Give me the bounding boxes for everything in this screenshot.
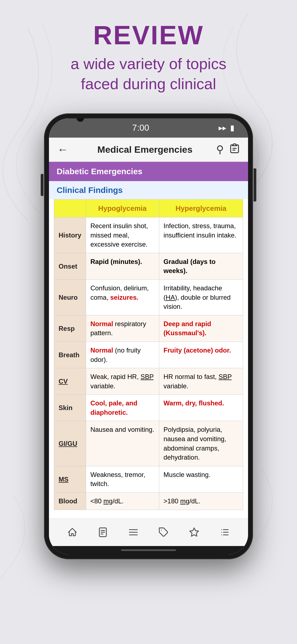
cell-history-hyper: Infection, stress, trauma, insufficient … bbox=[159, 217, 243, 253]
svg-marker-11 bbox=[190, 528, 199, 536]
top-nav: ← Medical Emergencies ⚲ bbox=[49, 138, 248, 162]
bottom-nav bbox=[49, 519, 248, 546]
status-icons: ▸▸ ▮ bbox=[219, 123, 234, 132]
page-title: Medical Emergencies bbox=[74, 144, 216, 155]
table-row: MS Weakness, tremor, twitch. Muscle wast… bbox=[54, 466, 243, 492]
row-label-blood: Blood bbox=[54, 493, 86, 510]
table-header-hyperglycemia: Hyperglycemia bbox=[159, 199, 243, 217]
camera-dot bbox=[76, 118, 84, 122]
row-label-onset: Onset bbox=[54, 253, 86, 279]
header-subtitle: a wide variety of topics faced during cl… bbox=[16, 54, 280, 94]
cell-breath-hyper: Fruity (acetone) odor. bbox=[159, 342, 243, 368]
cell-gigu-hyper: Polydipsia, polyuria, nausea and vomitin… bbox=[159, 421, 243, 466]
table-row: GI/GU Nausea and vomiting. Polydipsia, p… bbox=[54, 421, 243, 466]
review-title: REVIEW bbox=[16, 22, 280, 48]
row-label-breath: Breath bbox=[54, 342, 86, 368]
star-icon[interactable] bbox=[189, 527, 199, 537]
row-label-ms: MS bbox=[54, 466, 86, 492]
section-header-text: Diabetic Emergencies bbox=[57, 167, 142, 176]
table-container: Hypoglycemia Hyperglycemia History Recen… bbox=[49, 199, 248, 519]
table-row: CV Weak, rapid HR, SBP variable. HR norm… bbox=[54, 368, 243, 395]
home-bar bbox=[121, 549, 176, 551]
cell-skin-hyper: Warm, dry, flushed. bbox=[159, 395, 243, 421]
search-icon[interactable]: ⚲ bbox=[216, 143, 224, 155]
table-row: Blood <80 mg/dL. >180 mg/dL. bbox=[54, 493, 243, 510]
battery-icon: ▮ bbox=[230, 123, 234, 132]
back-button[interactable]: ← bbox=[57, 143, 68, 156]
tag-icon[interactable] bbox=[158, 527, 169, 537]
table-row: History Recent insulin shot, missed meal… bbox=[54, 217, 243, 253]
row-label-skin: Skin bbox=[54, 395, 86, 421]
cell-gigu-hypo: Nausea and vomiting. bbox=[86, 421, 159, 466]
cell-breath-hypo: Normal (no fruity odor). bbox=[86, 342, 159, 368]
home-indicator bbox=[49, 546, 248, 554]
cell-resp-hypo: Normal respiratory pattern. bbox=[86, 315, 159, 342]
section-subheader: Clinical Findings bbox=[49, 181, 248, 199]
subtitle-line1: a wide variety of topics bbox=[71, 55, 226, 72]
row-label-neuro: Neuro bbox=[54, 279, 86, 315]
cell-cv-hyper: HR normal to fast, SBP variable. bbox=[159, 368, 243, 395]
cell-neuro-hyper: Irritability, headache (HA), double or b… bbox=[159, 279, 243, 315]
cell-onset-hyper: Gradual (days to weeks). bbox=[159, 253, 243, 279]
cell-cv-hypo: Weak, rapid HR, SBP variable. bbox=[86, 368, 159, 395]
table-row: Breath Normal (no fruity odor). Fruity (… bbox=[54, 342, 243, 368]
phone-inner: 7:00 ▸▸ ▮ ← Medical Emergencies ⚲ bbox=[49, 118, 248, 554]
status-bar: 7:00 ▸▸ ▮ bbox=[49, 118, 248, 138]
section-subheader-text: Clinical Findings bbox=[57, 185, 123, 195]
status-time: 7:00 bbox=[132, 123, 149, 133]
wifi-icon: ▸▸ bbox=[219, 123, 226, 132]
header-area: REVIEW a wide variety of topics faced du… bbox=[0, 0, 297, 105]
table-header-empty bbox=[54, 199, 86, 217]
clipboard-icon[interactable] bbox=[229, 143, 240, 156]
phone-mockup: 7:00 ▸▸ ▮ ← Medical Emergencies ⚲ bbox=[0, 113, 297, 559]
table-row: Skin Cool, pale, and diaphoretic. Warm, … bbox=[54, 395, 243, 421]
section-header: Diabetic Emergencies bbox=[49, 162, 248, 181]
row-label-resp: Resp bbox=[54, 315, 86, 342]
cell-history-hypo: Recent insulin shot, missed meal, excess… bbox=[86, 217, 159, 253]
cell-skin-hypo: Cool, pale, and diaphoretic. bbox=[86, 395, 159, 421]
cell-blood-hypo: <80 mg/dL. bbox=[86, 493, 159, 510]
cell-blood-hyper: >180 mg/dL. bbox=[159, 493, 243, 510]
row-label-history: History bbox=[54, 217, 86, 253]
subtitle-line2: faced during clinical bbox=[81, 75, 216, 92]
document-icon[interactable] bbox=[98, 527, 108, 537]
row-label-gigu: GI/GU bbox=[54, 421, 86, 466]
table-header-hypoglycemia: Hypoglycemia bbox=[86, 199, 159, 217]
phone-outer: 7:00 ▸▸ ▮ ← Medical Emergencies ⚲ bbox=[44, 113, 253, 559]
cell-resp-hyper: Deep and rapid (Kussmaul's). bbox=[159, 315, 243, 342]
list-icon[interactable] bbox=[128, 527, 139, 537]
cell-ms-hypo: Weakness, tremor, twitch. bbox=[86, 466, 159, 492]
home-icon[interactable] bbox=[67, 527, 78, 537]
cell-neuro-hypo: Confusion, delirium, coma, seizures. bbox=[86, 279, 159, 315]
cell-ms-hyper: Muscle wasting. bbox=[159, 466, 243, 492]
table-row: Resp Normal respiratory pattern. Deep an… bbox=[54, 315, 243, 342]
cell-onset-hypo: Rapid (minutes). bbox=[86, 253, 159, 279]
table-row: Neuro Confusion, delirium, coma, seizure… bbox=[54, 279, 243, 315]
comparison-table: Hypoglycemia Hyperglycemia History Recen… bbox=[54, 199, 243, 510]
row-label-cv: CV bbox=[54, 368, 86, 395]
table-row: Onset Rapid (minutes). Gradual (days to … bbox=[54, 253, 243, 279]
ordered-list-icon[interactable] bbox=[219, 527, 230, 537]
